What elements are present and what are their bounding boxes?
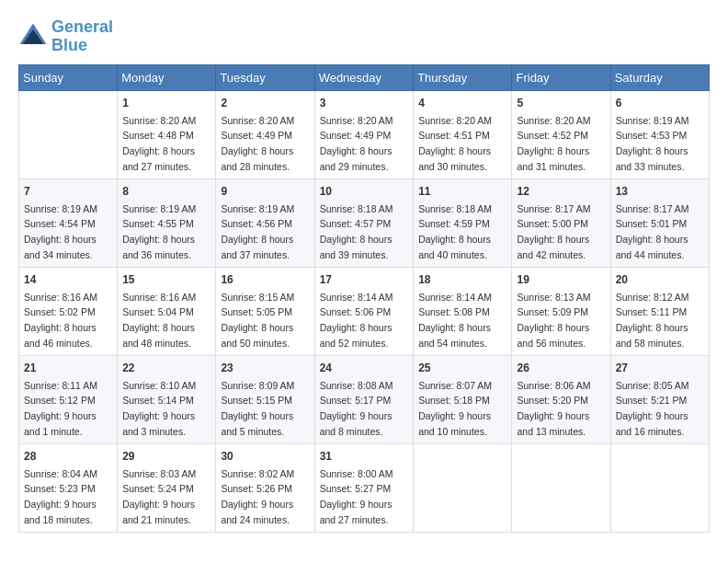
cell-content: Sunrise: 8:20 AMSunset: 4:51 PMDaylight:… <box>418 115 492 172</box>
calendar-week-5: 28Sunrise: 8:04 AMSunset: 5:23 PMDayligh… <box>19 443 710 532</box>
cell-content: Sunrise: 8:00 AMSunset: 5:27 PMDaylight:… <box>320 468 393 525</box>
day-number: 18 <box>418 271 506 288</box>
logo-icon <box>18 22 48 52</box>
day-number: 31 <box>320 448 409 465</box>
calendar-cell: 20Sunrise: 8:12 AMSunset: 5:11 PMDayligh… <box>610 267 709 355</box>
col-monday: Monday <box>118 64 216 90</box>
day-number: 15 <box>122 271 210 288</box>
day-number: 26 <box>517 360 605 376</box>
col-tuesday: Tuesday <box>216 64 314 90</box>
day-number: 10 <box>320 183 409 200</box>
cell-content: Sunrise: 8:16 AMSunset: 5:04 PMDaylight:… <box>122 292 196 349</box>
calendar-cell: 11Sunrise: 8:18 AMSunset: 4:59 PMDayligh… <box>414 178 512 267</box>
day-number: 3 <box>320 95 409 111</box>
cell-content: Sunrise: 8:19 AMSunset: 4:56 PMDaylight:… <box>221 203 294 260</box>
day-number: 11 <box>418 183 506 200</box>
cell-content: Sunrise: 8:16 AMSunset: 5:02 PMDaylight:… <box>24 292 97 349</box>
cell-content: Sunrise: 8:03 AMSunset: 5:24 PMDaylight:… <box>122 468 196 525</box>
cell-content: Sunrise: 8:19 AMSunset: 4:53 PMDaylight:… <box>616 115 689 172</box>
col-friday: Friday <box>512 64 610 90</box>
cell-content: Sunrise: 8:14 AMSunset: 5:08 PMDaylight:… <box>418 292 492 349</box>
calendar-cell: 8Sunrise: 8:19 AMSunset: 4:55 PMDaylight… <box>118 178 216 267</box>
day-number: 27 <box>616 360 704 376</box>
calendar-cell: 31Sunrise: 8:00 AMSunset: 5:27 PMDayligh… <box>314 443 414 532</box>
day-number: 28 <box>24 448 112 465</box>
calendar-cell: 22Sunrise: 8:10 AMSunset: 5:14 PMDayligh… <box>118 355 216 443</box>
cell-content: Sunrise: 8:19 AMSunset: 4:54 PMDaylight:… <box>24 203 97 260</box>
day-number: 29 <box>122 448 210 465</box>
calendar-cell <box>414 443 512 532</box>
cell-content: Sunrise: 8:17 AMSunset: 5:00 PMDaylight:… <box>517 203 590 260</box>
cell-content: Sunrise: 8:09 AMSunset: 5:15 PMDaylight:… <box>221 380 294 437</box>
header-row: Sunday Monday Tuesday Wednesday Thursday… <box>19 64 710 90</box>
col-wednesday: Wednesday <box>314 64 414 90</box>
day-number: 14 <box>24 271 112 288</box>
calendar-cell: 29Sunrise: 8:03 AMSunset: 5:24 PMDayligh… <box>118 443 216 532</box>
day-number: 30 <box>221 448 309 465</box>
cell-content: Sunrise: 8:02 AMSunset: 5:26 PMDaylight:… <box>221 468 294 525</box>
day-number: 22 <box>122 360 210 376</box>
calendar-cell: 28Sunrise: 8:04 AMSunset: 5:23 PMDayligh… <box>19 443 118 532</box>
calendar-cell: 6Sunrise: 8:19 AMSunset: 4:53 PMDaylight… <box>610 90 709 178</box>
cell-content: Sunrise: 8:13 AMSunset: 5:09 PMDaylight:… <box>517 292 590 349</box>
cell-content: Sunrise: 8:07 AMSunset: 5:18 PMDaylight:… <box>418 380 492 437</box>
calendar-cell: 17Sunrise: 8:14 AMSunset: 5:06 PMDayligh… <box>314 267 414 355</box>
calendar-cell: 25Sunrise: 8:07 AMSunset: 5:18 PMDayligh… <box>414 355 512 443</box>
day-number: 1 <box>122 95 210 111</box>
col-saturday: Saturday <box>610 64 709 90</box>
cell-content: Sunrise: 8:20 AMSunset: 4:48 PMDaylight:… <box>122 115 196 172</box>
logo: General Blue <box>18 18 113 55</box>
day-number: 4 <box>418 95 506 111</box>
col-sunday: Sunday <box>19 64 118 90</box>
calendar-week-4: 21Sunrise: 8:11 AMSunset: 5:12 PMDayligh… <box>19 355 710 443</box>
calendar-cell: 24Sunrise: 8:08 AMSunset: 5:17 PMDayligh… <box>314 355 414 443</box>
cell-content: Sunrise: 8:04 AMSunset: 5:23 PMDaylight:… <box>24 468 97 525</box>
day-number: 24 <box>320 360 409 376</box>
calendar-cell: 4Sunrise: 8:20 AMSunset: 4:51 PMDaylight… <box>414 90 512 178</box>
day-number: 12 <box>517 183 605 200</box>
day-number: 19 <box>517 271 605 288</box>
calendar-week-1: 1Sunrise: 8:20 AMSunset: 4:48 PMDaylight… <box>19 90 710 178</box>
day-number: 16 <box>221 271 309 288</box>
calendar-cell <box>512 443 610 532</box>
calendar-cell: 1Sunrise: 8:20 AMSunset: 4:48 PMDaylight… <box>118 90 216 178</box>
cell-content: Sunrise: 8:08 AMSunset: 5:17 PMDaylight:… <box>320 380 393 437</box>
day-number: 21 <box>24 360 112 376</box>
calendar-cell: 10Sunrise: 8:18 AMSunset: 4:57 PMDayligh… <box>314 178 414 267</box>
calendar-cell: 5Sunrise: 8:20 AMSunset: 4:52 PMDaylight… <box>512 90 610 178</box>
calendar-cell: 9Sunrise: 8:19 AMSunset: 4:56 PMDaylight… <box>216 178 314 267</box>
col-thursday: Thursday <box>414 64 512 90</box>
day-number: 23 <box>221 360 309 376</box>
cell-content: Sunrise: 8:10 AMSunset: 5:14 PMDaylight:… <box>122 380 196 437</box>
day-number: 20 <box>616 271 704 288</box>
cell-content: Sunrise: 8:15 AMSunset: 5:05 PMDaylight:… <box>221 292 294 349</box>
calendar-week-2: 7Sunrise: 8:19 AMSunset: 4:54 PMDaylight… <box>19 178 710 267</box>
calendar-cell: 3Sunrise: 8:20 AMSunset: 4:49 PMDaylight… <box>314 90 414 178</box>
calendar-cell: 15Sunrise: 8:16 AMSunset: 5:04 PMDayligh… <box>118 267 216 355</box>
calendar-cell: 16Sunrise: 8:15 AMSunset: 5:05 PMDayligh… <box>216 267 314 355</box>
calendar-table: Sunday Monday Tuesday Wednesday Thursday… <box>18 64 710 533</box>
calendar-cell: 7Sunrise: 8:19 AMSunset: 4:54 PMDaylight… <box>19 178 118 267</box>
day-number: 5 <box>517 95 605 111</box>
cell-content: Sunrise: 8:06 AMSunset: 5:20 PMDaylight:… <box>517 380 590 437</box>
calendar-cell: 30Sunrise: 8:02 AMSunset: 5:26 PMDayligh… <box>216 443 314 532</box>
day-number: 9 <box>221 183 309 200</box>
day-number: 17 <box>320 271 409 288</box>
cell-content: Sunrise: 8:18 AMSunset: 4:57 PMDaylight:… <box>320 203 393 260</box>
calendar-cell: 26Sunrise: 8:06 AMSunset: 5:20 PMDayligh… <box>512 355 610 443</box>
calendar-cell: 13Sunrise: 8:17 AMSunset: 5:01 PMDayligh… <box>610 178 709 267</box>
calendar-cell: 27Sunrise: 8:05 AMSunset: 5:21 PMDayligh… <box>610 355 709 443</box>
cell-content: Sunrise: 8:12 AMSunset: 5:11 PMDaylight:… <box>616 292 689 349</box>
calendar-cell <box>610 443 709 532</box>
calendar-cell: 23Sunrise: 8:09 AMSunset: 5:15 PMDayligh… <box>216 355 314 443</box>
calendar-cell: 12Sunrise: 8:17 AMSunset: 5:00 PMDayligh… <box>512 178 610 267</box>
day-number: 7 <box>24 183 112 200</box>
logo-text: General Blue <box>51 18 113 55</box>
calendar-cell <box>19 90 118 178</box>
calendar-cell: 19Sunrise: 8:13 AMSunset: 5:09 PMDayligh… <box>512 267 610 355</box>
cell-content: Sunrise: 8:17 AMSunset: 5:01 PMDaylight:… <box>616 203 689 260</box>
day-number: 6 <box>616 95 704 111</box>
calendar-cell: 21Sunrise: 8:11 AMSunset: 5:12 PMDayligh… <box>19 355 118 443</box>
cell-content: Sunrise: 8:20 AMSunset: 4:49 PMDaylight:… <box>221 115 294 172</box>
page-header: General Blue <box>18 18 710 55</box>
